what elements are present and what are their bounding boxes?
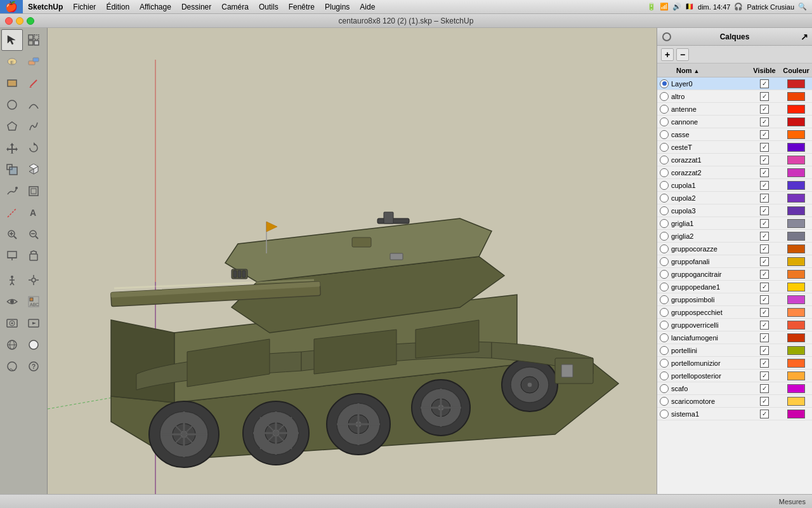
layer-color-swatch[interactable] bbox=[780, 105, 812, 114]
layer-visible-checkbox[interactable]: ✓ bbox=[749, 168, 780, 177]
layer-visible-checkbox[interactable]: ✓ bbox=[749, 117, 780, 126]
layer-color-swatch[interactable] bbox=[780, 143, 812, 152]
3d-canvas[interactable] bbox=[48, 28, 657, 494]
layer-row[interactable]: gruppogancitrair✓ bbox=[657, 268, 812, 281]
tool-zoom[interactable] bbox=[1, 245, 23, 267]
tool-text[interactable]: A bbox=[23, 202, 44, 224]
layer-radio[interactable] bbox=[660, 333, 669, 342]
layer-row[interactable]: cupola2✓ bbox=[657, 192, 812, 204]
layer-visible-checkbox[interactable]: ✓ bbox=[749, 397, 780, 406]
layer-row[interactable]: cupola3✓ bbox=[657, 204, 812, 217]
layer-color-swatch[interactable] bbox=[780, 194, 812, 203]
layer-radio[interactable] bbox=[660, 117, 669, 126]
layer-row[interactable]: casse✓ bbox=[657, 128, 812, 141]
tool-help[interactable]: ? bbox=[23, 356, 44, 377]
viewport[interactable] bbox=[48, 28, 657, 494]
layer-visible-checkbox[interactable]: ✓ bbox=[749, 257, 780, 266]
layer-color-swatch[interactable] bbox=[780, 79, 812, 88]
layer-radio[interactable] bbox=[660, 232, 669, 241]
layer-visible-checkbox[interactable]: ✓ bbox=[749, 333, 780, 342]
tool-walktrough[interactable] bbox=[1, 269, 23, 291]
layer-radio[interactable] bbox=[660, 143, 669, 152]
tool-rotate[interactable] bbox=[23, 137, 44, 159]
layer-color-swatch[interactable] bbox=[780, 156, 812, 164]
menu-edition[interactable]: Édition bbox=[101, 0, 134, 13]
sort-arrow-icon[interactable]: ▲ bbox=[694, 68, 700, 74]
layer-row[interactable]: portelloposterior✓ bbox=[657, 370, 812, 382]
layer-visible-checkbox[interactable]: ✓ bbox=[749, 156, 780, 164]
layer-row[interactable]: corazzat2✓ bbox=[657, 166, 812, 179]
layer-color-swatch[interactable] bbox=[780, 295, 812, 304]
layer-visible-checkbox[interactable]: ✓ bbox=[749, 232, 780, 241]
layer-visible-checkbox[interactable]: ✓ bbox=[749, 219, 780, 228]
layer-color-swatch[interactable] bbox=[780, 257, 812, 266]
tool-movie[interactable] bbox=[23, 312, 44, 334]
tool-paint[interactable] bbox=[23, 51, 44, 72]
tool-rectangle[interactable] bbox=[1, 72, 23, 94]
menu-dessiner[interactable]: Dessiner bbox=[176, 0, 216, 13]
layer-radio[interactable] bbox=[660, 194, 669, 203]
layer-visible-checkbox[interactable]: ✓ bbox=[749, 79, 780, 88]
layer-color-swatch[interactable] bbox=[780, 92, 812, 101]
layer-radio[interactable] bbox=[660, 270, 669, 279]
tool-eye[interactable] bbox=[1, 291, 23, 312]
layer-radio[interactable] bbox=[660, 206, 669, 215]
tool-pan[interactable] bbox=[23, 245, 44, 267]
layer-visible-checkbox[interactable]: ✓ bbox=[749, 321, 780, 330]
layer-row[interactable]: griglia1✓ bbox=[657, 217, 812, 230]
apple-menu[interactable]: 🍎 bbox=[0, 0, 23, 13]
layer-radio[interactable] bbox=[660, 397, 669, 406]
tool-moon[interactable] bbox=[23, 334, 44, 356]
layer-color-swatch[interactable] bbox=[780, 397, 812, 406]
tool-orbit[interactable] bbox=[23, 29, 44, 51]
layer-row[interactable]: cesteT✓ bbox=[657, 141, 812, 154]
layer-color-swatch[interactable] bbox=[780, 371, 812, 380]
tool-freehand[interactable] bbox=[23, 116, 44, 137]
layer-visible-checkbox[interactable]: ✓ bbox=[749, 346, 780, 355]
layer-row[interactable]: gruppofanali✓ bbox=[657, 255, 812, 268]
layer-color-swatch[interactable] bbox=[780, 232, 812, 241]
layer-row[interactable]: altro✓ bbox=[657, 90, 812, 103]
tool-zoomwindow[interactable] bbox=[23, 224, 44, 245]
layer-color-swatch[interactable] bbox=[780, 283, 812, 291]
tool-circle[interactable] bbox=[1, 94, 23, 116]
menu-plugins[interactable]: Plugins bbox=[320, 0, 355, 13]
minimize-button[interactable] bbox=[16, 17, 23, 25]
remove-layer-button[interactable]: − bbox=[676, 48, 689, 61]
layer-color-swatch[interactable] bbox=[780, 130, 812, 139]
layer-visible-checkbox[interactable]: ✓ bbox=[749, 130, 780, 139]
layer-radio[interactable] bbox=[660, 384, 669, 393]
layers-export-button[interactable]: ↗ bbox=[801, 32, 808, 42]
layer-radio[interactable] bbox=[660, 92, 669, 101]
tool-select[interactable] bbox=[1, 29, 23, 51]
layer-radio[interactable] bbox=[660, 321, 669, 330]
layer-radio[interactable] bbox=[660, 105, 669, 114]
menu-aide[interactable]: Aide bbox=[355, 0, 380, 13]
layer-radio[interactable] bbox=[660, 79, 669, 88]
tool-pushpull[interactable] bbox=[23, 159, 44, 180]
layer-row[interactable]: gruppopedane1✓ bbox=[657, 281, 812, 293]
layer-visible-checkbox[interactable]: ✓ bbox=[749, 371, 780, 380]
layer-visible-checkbox[interactable]: ✓ bbox=[749, 92, 780, 101]
layer-visible-checkbox[interactable]: ✓ bbox=[749, 270, 780, 279]
layer-visible-checkbox[interactable]: ✓ bbox=[749, 283, 780, 291]
layer-visible-checkbox[interactable]: ✓ bbox=[749, 295, 780, 304]
layer-row[interactable]: portellomunizior✓ bbox=[657, 357, 812, 370]
layer-visible-checkbox[interactable]: ✓ bbox=[749, 181, 780, 190]
tool-tape[interactable] bbox=[1, 202, 23, 224]
tool-polygon[interactable] bbox=[1, 116, 23, 137]
tool-zoomextents[interactable] bbox=[1, 224, 23, 245]
layer-row[interactable]: cannone✓ bbox=[657, 116, 812, 128]
tool-scale[interactable] bbox=[1, 159, 23, 180]
menu-search-icon[interactable]: 🔍 bbox=[798, 3, 807, 11]
layer-visible-checkbox[interactable]: ✓ bbox=[749, 384, 780, 393]
layer-row[interactable]: corazzat1✓ bbox=[657, 154, 812, 166]
layer-color-swatch[interactable] bbox=[780, 384, 812, 393]
layer-color-swatch[interactable] bbox=[780, 321, 812, 330]
layer-radio[interactable] bbox=[660, 308, 669, 317]
tool-move[interactable] bbox=[1, 137, 23, 159]
layer-row[interactable]: scaricomotore✓ bbox=[657, 395, 812, 408]
layer-radio[interactable] bbox=[660, 257, 669, 266]
layer-row[interactable]: gruppocorazze✓ bbox=[657, 243, 812, 255]
layer-radio[interactable] bbox=[660, 346, 669, 355]
